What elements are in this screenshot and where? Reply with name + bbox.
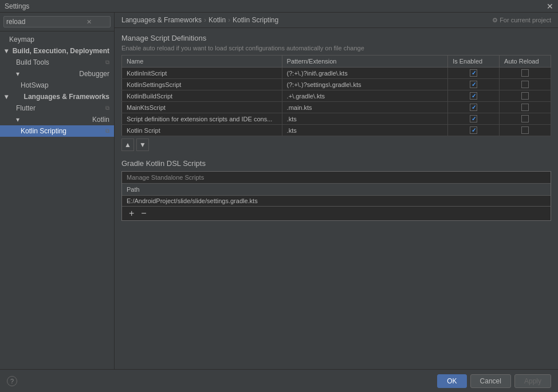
sidebar-item-keymap[interactable]: Keymap: [0, 34, 114, 45]
gear-icon: ⚙: [492, 17, 498, 24]
copy-icon: ⧉: [105, 128, 109, 134]
chevron-down-icon: ▾: [16, 70, 19, 78]
nav-tree: Keymap ▾ Build, Execution, Deployment Bu…: [0, 31, 114, 369]
copy-icon: ⧉: [105, 105, 109, 112]
standalone-legend: Manage Standalone Scripts: [122, 172, 551, 184]
enabled-checkbox[interactable]: [470, 69, 477, 77]
script-pattern: .+\.gradle\.kts: [282, 90, 448, 102]
script-enabled-cell: [448, 90, 500, 102]
script-reload-cell: [500, 113, 551, 125]
enabled-checkbox[interactable]: [470, 104, 477, 111]
table-toolbar: ▲ ▼: [121, 136, 551, 153]
breadcrumb: Languages & Frameworks › Kotlin › Kotlin…: [115, 13, 558, 28]
search-wrapper: ✕: [3, 16, 111, 27]
script-reload-cell: [500, 102, 551, 113]
chevron-down-icon: ▾: [5, 47, 8, 55]
script-name: Script definition for extension scripts …: [122, 113, 282, 125]
standalone-col-path: Path: [122, 184, 551, 196]
script-name: KotlinSettingsScript: [122, 79, 282, 90]
copy-icon: ⧉: [105, 59, 109, 66]
help-icon[interactable]: ?: [7, 376, 17, 386]
script-enabled-cell: [448, 68, 500, 79]
dsl-title: Gradle Kotlin DSL Scripts: [121, 159, 551, 168]
close-icon[interactable]: ✕: [547, 2, 553, 11]
search-input[interactable]: [6, 18, 87, 26]
breadcrumb-sep-1: ›: [204, 16, 206, 24]
sidebar-item-languages-frameworks[interactable]: ▾ Languages & Frameworks: [0, 91, 114, 102]
enabled-checkbox[interactable]: [470, 115, 477, 122]
reload-checkbox[interactable]: [521, 81, 529, 88]
manage-script-title: Manage Script Definitions: [121, 34, 551, 42]
script-reload-cell: [500, 125, 551, 136]
main-layout: ✕ Keymap ▾ Build, Execution, Deployment …: [0, 13, 558, 369]
script-name: MainKtsScript: [122, 102, 282, 113]
chevron-down-icon: ▾: [5, 93, 8, 101]
title-bar-title: Settings: [5, 2, 29, 10]
col-header-reload: Auto Reload: [500, 56, 551, 68]
list-item[interactable]: E:/AndroidProject/slide/slide/settings.g…: [122, 196, 551, 207]
table-row[interactable]: KotlinSettingsScript (?:+\.)?settings\.g…: [122, 79, 551, 90]
sidebar-item-kotlin-scripting[interactable]: Kotlin Scripting ⧉: [0, 125, 114, 137]
script-name: KotlinInitScript: [122, 68, 282, 79]
cancel-button[interactable]: Cancel: [470, 374, 511, 388]
col-header-pattern: Pattern/Extension: [282, 56, 448, 68]
table-row[interactable]: KotlinInitScript (?:+\.)?init\.gradle\.k…: [122, 68, 551, 79]
script-pattern: .kts: [282, 113, 448, 125]
standalone-box: Manage Standalone Scripts Path E:/Androi…: [121, 171, 551, 221]
script-enabled-cell: [448, 79, 500, 90]
add-script-button[interactable]: +: [127, 209, 136, 218]
script-enabled-cell: [448, 125, 500, 136]
reload-checkbox[interactable]: [521, 69, 529, 77]
enabled-checkbox[interactable]: [470, 81, 477, 88]
sidebar-item-build-execution[interactable]: ▾ Build, Execution, Deployment: [0, 45, 114, 57]
enabled-checkbox[interactable]: [470, 126, 477, 134]
breadcrumb-item-languages[interactable]: Languages & Frameworks: [121, 16, 202, 24]
search-box: ✕: [0, 13, 114, 31]
reload-checkbox[interactable]: [521, 92, 529, 100]
chevron-down-icon: ▾: [16, 116, 19, 124]
bottom-bar: ? OK Cancel Apply: [0, 369, 558, 392]
breadcrumb-current: Kotlin Scripting: [233, 16, 278, 24]
move-down-button[interactable]: ▼: [136, 138, 149, 151]
col-header-name: Name: [122, 56, 282, 68]
table-row[interactable]: Script definition for extension scripts …: [122, 113, 551, 125]
script-name: Kotlin Script: [122, 125, 282, 136]
apply-button[interactable]: Apply: [514, 374, 551, 388]
move-up-button[interactable]: ▲: [121, 138, 134, 151]
reload-checkbox[interactable]: [521, 104, 529, 111]
script-reload-cell: [500, 90, 551, 102]
script-enabled-cell: [448, 113, 500, 125]
script-pattern: (?:+\.)?init\.gradle\.kts: [282, 68, 448, 79]
project-scope: ⚙ For current project: [492, 17, 551, 24]
dsl-section: Gradle Kotlin DSL Scripts Manage Standal…: [121, 159, 551, 363]
content-area: Languages & Frameworks › Kotlin › Kotlin…: [115, 13, 558, 369]
sidebar-item-build-tools[interactable]: Build Tools ⧉: [0, 57, 114, 68]
script-definitions-table: Name Pattern/Extension Is Enabled Auto R…: [121, 55, 551, 136]
search-clear-icon[interactable]: ✕: [87, 18, 92, 26]
content-body: Manage Script Definitions Enable auto re…: [115, 28, 558, 369]
col-header-enabled: Is Enabled: [448, 56, 500, 68]
reload-checkbox[interactable]: [521, 126, 529, 134]
ok-button[interactable]: OK: [437, 374, 466, 388]
script-path: E:/AndroidProject/slide/slide/settings.g…: [122, 196, 551, 207]
script-pattern: .main.kts: [282, 102, 448, 113]
sidebar-item-hotswap[interactable]: HotSwap: [0, 80, 114, 91]
breadcrumb-item-kotlin[interactable]: Kotlin: [209, 16, 226, 24]
script-pattern: .kts: [282, 125, 448, 136]
title-bar: Settings ✕: [0, 0, 558, 13]
manage-script-desc: Enable auto reload if you want to load s…: [121, 45, 551, 52]
table-row[interactable]: Kotlin Script .kts: [122, 125, 551, 136]
script-reload-cell: [500, 68, 551, 79]
remove-script-button[interactable]: −: [139, 209, 148, 218]
sidebar-item-debugger[interactable]: ▾ Debugger: [0, 68, 114, 80]
bottom-buttons: OK Cancel Apply: [437, 374, 551, 388]
script-reload-cell: [500, 79, 551, 90]
table-row[interactable]: KotlinBuildScript .+\.gradle\.kts: [122, 90, 551, 102]
reload-checkbox[interactable]: [521, 115, 529, 122]
enabled-checkbox[interactable]: [470, 92, 477, 100]
standalone-scripts-table: Path E:/AndroidProject/slide/slide/setti…: [122, 184, 551, 206]
sidebar-item-flutter[interactable]: Flutter ⧉: [0, 102, 114, 114]
sidebar-item-kotlin[interactable]: ▾ Kotlin: [0, 114, 114, 125]
table-row[interactable]: MainKtsScript .main.kts: [122, 102, 551, 113]
script-name: KotlinBuildScript: [122, 90, 282, 102]
